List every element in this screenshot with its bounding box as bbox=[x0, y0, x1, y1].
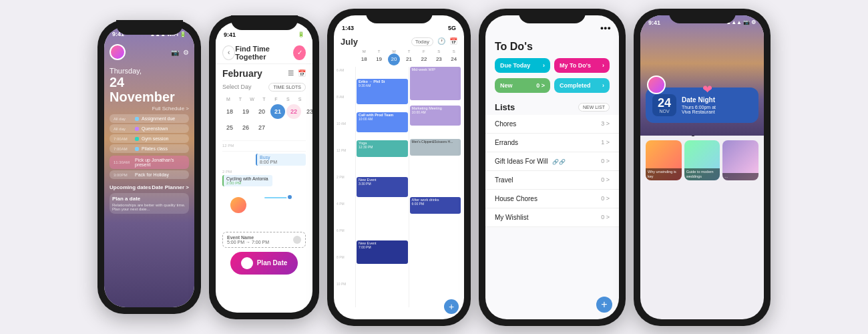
list-item-errands[interactable]: Errands 1 > bbox=[485, 134, 619, 152]
lists-title: Lists bbox=[495, 102, 515, 112]
blog-card-1[interactable]: Why unwinding is key bbox=[646, 140, 682, 180]
new-count: 0 > bbox=[536, 82, 545, 89]
busy-label: Busy bbox=[260, 155, 303, 160]
notch-2 bbox=[231, 15, 298, 30]
list-item-wishlist[interactable]: My Wishlist 0 > bbox=[485, 208, 619, 227]
month-label: February ☰ 📅 bbox=[216, 64, 312, 80]
col-thu: Mid-week WIP Marketing Meeting 10:00 AM … bbox=[409, 67, 462, 307]
event-clippers[interactable]: Men's Clipper&Scissors H... bbox=[410, 139, 461, 156]
back-button[interactable]: ‹ bbox=[222, 45, 235, 60]
list-item-house-chores[interactable]: House Chores 0 > bbox=[485, 190, 619, 208]
event-1130: 11:30AM Pick up Jonathan's present bbox=[110, 156, 189, 169]
week-strip: M 18 T 19 W 20 T 21 F 22 S 23 bbox=[334, 48, 464, 67]
event-eriko[interactable]: Eriko → Phil St 9:30 AM bbox=[357, 79, 408, 104]
camera-icon[interactable]: 📷 bbox=[171, 49, 179, 56]
clock-icon[interactable]: 🕐 bbox=[437, 37, 445, 46]
avatar-5 bbox=[647, 75, 666, 94]
plan-date-button[interactable]: ❤ Plan Date bbox=[230, 252, 298, 275]
event-7am-2: 7:00AM Pilates class bbox=[110, 144, 189, 153]
due-today-label: Due Today bbox=[500, 62, 530, 69]
event-dot bbox=[135, 117, 139, 121]
new-label: New bbox=[500, 82, 513, 89]
event-dot-2 bbox=[135, 147, 139, 151]
day-19[interactable]: 19 bbox=[238, 104, 253, 119]
date-night-title: Date Night bbox=[682, 96, 716, 104]
phone-5: 9:41 ▲▲▲ 📷 ⚙ ❤ 24 NOV Date Night Thurs 6… bbox=[634, 9, 771, 326]
new-list-button[interactable]: NEW LIST bbox=[578, 103, 610, 112]
upcoming-card: Plan a date Relationships are better wit… bbox=[110, 193, 189, 214]
event-yoga[interactable]: Yoga 12:30 PM bbox=[357, 140, 408, 157]
event-new2[interactable]: New Event 7:00 PM bbox=[357, 240, 408, 264]
notch-5 bbox=[669, 9, 736, 23]
month-name: February bbox=[222, 68, 262, 79]
list-item-chores[interactable]: Chores 3 > bbox=[485, 115, 619, 134]
day-26[interactable]: 26 bbox=[238, 120, 253, 135]
busy-event: Busy 8:00 PM bbox=[256, 154, 306, 166]
blog-card-3[interactable]: ... bbox=[722, 140, 758, 180]
day-18[interactable]: 18 bbox=[222, 104, 237, 119]
event-dot-purple bbox=[135, 127, 139, 131]
cal-header: July Today 🕐 📅 bbox=[334, 33, 464, 48]
lists-header: Lists NEW LIST bbox=[485, 98, 619, 115]
house-chores-count: 0 > bbox=[601, 195, 610, 202]
time-12pm: 12 PM bbox=[222, 140, 306, 151]
day-21[interactable]: 21 bbox=[270, 104, 285, 119]
house-chores-label: House Chores bbox=[495, 195, 537, 202]
event-allday-2: All day Queenstown bbox=[110, 124, 189, 133]
avatar-area bbox=[222, 194, 306, 228]
day-25[interactable]: 25 bbox=[222, 120, 237, 135]
event-new1[interactable]: New Event 3:30 PM bbox=[357, 177, 408, 197]
due-today-arrow: › bbox=[543, 62, 545, 69]
list-item-travel[interactable]: Travel 0 > bbox=[485, 171, 619, 190]
add-event-button[interactable]: + bbox=[444, 299, 459, 314]
select-day-label: Select Day bbox=[222, 84, 252, 90]
phone1-header: 📷 ⚙ bbox=[110, 44, 189, 60]
lists-container: Chores 3 > Errands 1 > Gift Ideas For Wi… bbox=[485, 115, 619, 227]
upcoming-section: Upcoming dates Date Planner > Plan a dat… bbox=[110, 184, 189, 214]
add-list-button[interactable]: + bbox=[596, 297, 612, 313]
completed-btn[interactable]: Completed › bbox=[554, 78, 610, 93]
today-btn[interactable]: Today bbox=[411, 37, 433, 46]
event-midweek[interactable]: Mid-week WIP bbox=[410, 67, 461, 100]
time-slots-button[interactable]: TIME SLOTS bbox=[268, 83, 306, 92]
day-22[interactable]: 22 bbox=[286, 104, 301, 119]
event-avatar bbox=[293, 236, 301, 244]
date-display: Thursday, 24 November bbox=[110, 67, 189, 104]
time-labels: 6 AM 8 AM 10 AM 12 PM 2 PM 4 PM 6 PM 8 P… bbox=[337, 67, 355, 307]
signal-3: 5G bbox=[448, 25, 456, 31]
date-planner-link[interactable]: Date Planner > bbox=[152, 184, 189, 190]
time-list: 12 PM Busy 8:00 PM 2 PM Cycling with Ant… bbox=[216, 138, 312, 192]
confirm-button[interactable]: ✓ bbox=[293, 45, 306, 60]
completed-arrow: › bbox=[602, 82, 604, 89]
blog-cards: Why unwinding is key Guide to modern wed… bbox=[646, 140, 758, 180]
calendar-icon[interactable]: 📅 bbox=[298, 69, 306, 77]
gear-icon[interactable]: ⚙ bbox=[183, 49, 189, 56]
blog-card-2[interactable]: Guide to modern weddings bbox=[684, 140, 720, 180]
blog-overlay-3: ... bbox=[722, 173, 758, 180]
event-time-text: 5:00 PM → 7:00 PM bbox=[227, 240, 269, 244]
weekday-mon: M 18 bbox=[357, 48, 371, 67]
slider-handle[interactable] bbox=[286, 194, 293, 200]
blog-text-2: Guide to modern weddings bbox=[686, 170, 718, 178]
upcoming-card-title: Plan a date bbox=[112, 196, 186, 202]
event-drinks[interactable]: After work drinks 6:00 PM bbox=[410, 197, 461, 214]
list-item-gift-ideas[interactable]: Gift Ideas For Will 🔗🔗 0 > bbox=[485, 152, 619, 171]
list-icon[interactable]: ☰ bbox=[288, 69, 294, 77]
due-today-btn[interactable]: Due Today › bbox=[495, 58, 550, 73]
day-27[interactable]: 27 bbox=[254, 120, 269, 135]
event-marketing[interactable]: Marketing Meeting 10:00 AM bbox=[410, 106, 461, 126]
day-23[interactable]: 23 bbox=[302, 104, 312, 119]
day-20[interactable]: 20 bbox=[254, 104, 269, 119]
phone-1: 9:41 ▲▲▲ WiFi 🔋 📷 ⚙ Thursday, 24 Novembe… bbox=[97, 20, 201, 314]
cycling-event: Cycling with Antonia 2:00 PM bbox=[222, 175, 272, 186]
avatar-1[interactable] bbox=[110, 44, 126, 60]
header-icons-1: 📷 ⚙ bbox=[171, 49, 189, 56]
cal-grid-icon[interactable]: 📅 bbox=[449, 37, 457, 46]
phone-4: ●●● To Do's Due Today › My To Do's › New… bbox=[479, 9, 626, 326]
phone-3: 1:43 5G July Today 🕐 📅 M 18 T 19 W bbox=[327, 9, 471, 326]
full-schedule-link[interactable]: Full Schedule > bbox=[110, 106, 189, 112]
event-prodteam[interactable]: Call with Prod Team 10:00 AM bbox=[357, 112, 408, 132]
my-todos-btn[interactable]: My To Do's › bbox=[554, 58, 610, 73]
time-2: 9:41 bbox=[224, 31, 236, 38]
new-btn[interactable]: New 0 > bbox=[495, 78, 550, 93]
